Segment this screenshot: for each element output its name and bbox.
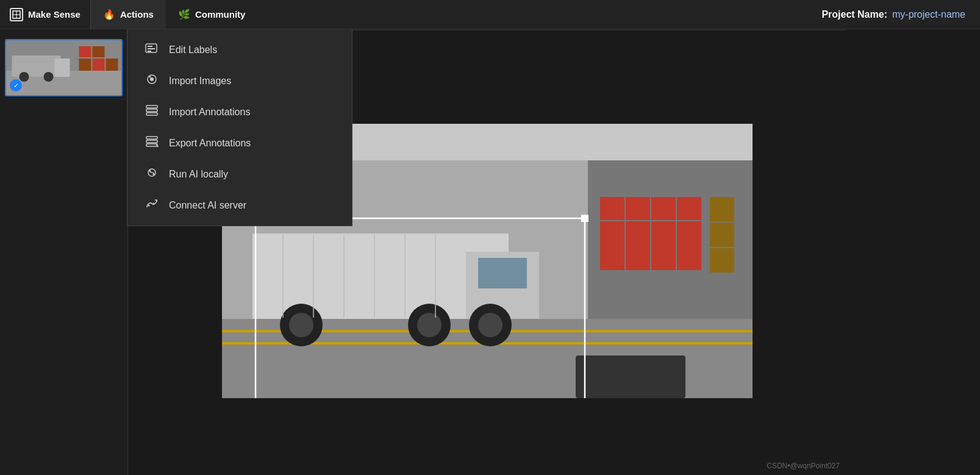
svg-rect-54 [600,221,624,246]
svg-point-9 [149,76,151,78]
nav-community[interactable]: 🌿 Community [166,0,258,29]
project-info: Project Name: my-project-name [821,9,980,20]
svg-point-17 [149,170,151,172]
top-nav: Make Sense 🔥 Actions 🌿 Community Project… [0,0,980,29]
menu-export-annotations-label: Export Annotations [169,138,251,149]
svg-rect-14 [146,140,157,143]
left-sidebar: ✓ [0,29,128,475]
menu-edit-labels-label: Edit Labels [169,45,217,55]
logo-icon [10,8,23,21]
svg-rect-24 [55,59,70,77]
community-label: Community [195,9,246,20]
menu-export-annotations[interactable]: Export Annotations [127,127,352,159]
svg-rect-65 [677,197,701,220]
svg-rect-4 [148,46,152,47]
actions-icon: 🔥 [103,9,115,20]
svg-point-19 [148,205,150,207]
community-icon: 🌿 [178,9,190,20]
svg-rect-30 [79,46,91,57]
svg-rect-13 [146,137,157,139]
svg-rect-58 [600,246,624,270]
menu-connect-ai-server[interactable]: Connect AI server [127,190,352,221]
actions-label: Actions [120,9,154,20]
menu-edit-labels[interactable]: Edit Labels [127,34,352,65]
export-annotations-icon [145,136,159,150]
menu-import-annotations-label: Import Annotations [169,107,250,118]
svg-rect-59 [626,246,650,270]
svg-rect-67 [710,223,734,247]
app-title: Make Sense [28,9,80,20]
svg-rect-29 [106,59,118,71]
svg-rect-23 [12,55,61,77]
svg-rect-31 [93,46,105,57]
svg-rect-89 [581,215,588,222]
logo-area: Make Sense [0,0,91,29]
svg-point-18 [153,174,155,176]
menu-import-images[interactable]: Import Images [127,65,352,96]
svg-rect-27 [79,59,91,71]
thumbnail-image [6,40,121,95]
svg-point-26 [44,72,54,82]
thumbnail-item[interactable]: ✓ [5,39,123,96]
menu-run-ai-locally[interactable]: Run AI locally [127,159,352,190]
nav-actions[interactable]: 🔥 Actions [91,0,166,29]
svg-point-79 [478,313,503,337]
svg-point-25 [20,72,29,82]
menu-run-ai-locally-label: Run AI locally [169,169,228,180]
menu-import-annotations[interactable]: Import Annotations [127,96,352,127]
svg-rect-28 [93,59,105,71]
edit-labels-icon [145,43,159,57]
svg-rect-86 [576,355,685,398]
menu-import-images-label: Import Images [169,76,231,87]
actions-dropdown: Edit Labels Import Images Import Annotat… [127,29,352,226]
menu-connect-ai-server-label: Connect AI server [169,200,246,211]
connect-ai-server-icon [145,198,159,212]
svg-rect-12 [146,113,157,115]
svg-point-77 [417,313,442,337]
svg-rect-55 [626,221,650,246]
svg-rect-57 [677,221,701,246]
import-images-icon [145,74,159,88]
svg-rect-5 [148,48,155,49]
svg-rect-61 [677,246,701,270]
svg-rect-60 [651,246,676,270]
svg-point-20 [153,203,155,205]
svg-rect-64 [651,197,676,220]
run-ai-locally-icon [145,167,159,181]
svg-rect-11 [146,109,157,112]
watermark: CSDN•@wqnPoint027 [767,462,840,470]
svg-rect-62 [600,197,624,220]
svg-rect-15 [146,144,157,146]
svg-rect-66 [710,197,734,221]
project-name: my-project-name [892,9,965,20]
selected-badge: ✓ [10,79,22,91]
svg-rect-10 [146,105,157,108]
svg-rect-56 [651,221,676,246]
svg-point-8 [150,77,154,81]
project-label: Project Name: [821,9,887,20]
svg-rect-6 [148,51,151,52]
svg-rect-68 [710,248,734,273]
svg-rect-73 [478,258,527,288]
svg-rect-63 [626,197,650,220]
import-annotations-icon [145,105,159,119]
svg-point-75 [289,313,313,337]
